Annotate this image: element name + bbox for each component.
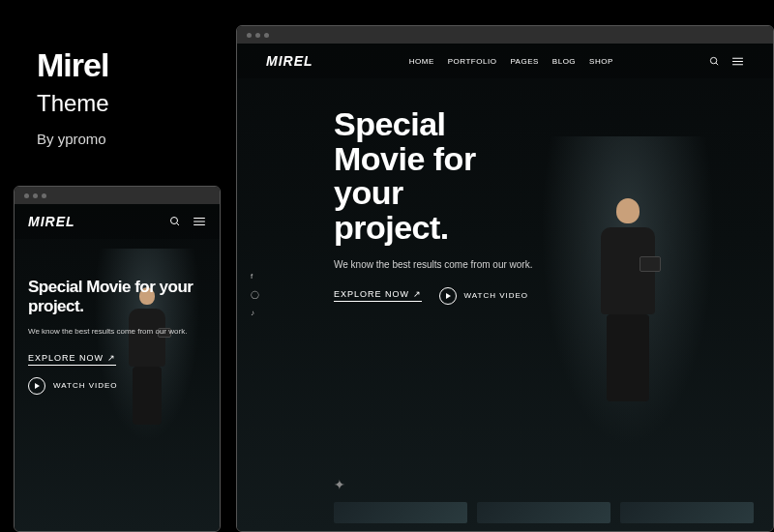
product-info: Mirel Theme By ypromo xyxy=(37,46,109,147)
explore-link[interactable]: EXPLORE NOW ↗ xyxy=(28,353,116,366)
search-icon[interactable] xyxy=(709,56,720,67)
product-byline: By ypromo xyxy=(37,131,109,147)
hero-headline: Special Movie for your project. xyxy=(334,107,773,246)
product-title: Mirel xyxy=(37,46,109,84)
hero-section: f ◯ ♪ Special Movie for your project. xyxy=(237,78,773,531)
watch-label: WATCH VIDEO xyxy=(464,291,529,300)
menu-icon[interactable] xyxy=(731,56,744,67)
traffic-light-dot xyxy=(264,33,269,38)
thumb-item[interactable] xyxy=(334,502,467,523)
hero-section-mobile: Special Movie for your project. We know … xyxy=(15,239,220,531)
product-subtitle: Theme xyxy=(37,90,109,117)
traffic-light-dot xyxy=(33,193,38,198)
nav-blog[interactable]: BLOG xyxy=(552,57,576,66)
hero-content: Special Movie for your project. We know … xyxy=(28,278,206,395)
nav-home[interactable]: HOME xyxy=(409,57,434,66)
svg-line-6 xyxy=(177,223,180,226)
header-icons xyxy=(709,56,744,67)
site-mobile: MIREL Special Movie for your project. xyxy=(15,204,220,531)
logo[interactable]: MIREL xyxy=(28,214,75,229)
social-rail: f ◯ ♪ xyxy=(251,272,259,317)
thumb-row xyxy=(334,502,754,523)
search-icon[interactable] xyxy=(169,216,181,227)
laurel-icon: ✦ xyxy=(334,477,345,492)
site-desktop: MIREL HOME PORTFOLIO PAGES BLOG SHOP f ◯ xyxy=(237,44,773,531)
nav-portfolio[interactable]: PORTFOLIO xyxy=(448,57,497,66)
tiktok-icon[interactable]: ♪ xyxy=(251,309,259,317)
site-header: MIREL HOME PORTFOLIO PAGES BLOG SHOP xyxy=(237,44,773,78)
site-header-mobile: MIREL xyxy=(15,204,220,239)
watch-label: WATCH VIDEO xyxy=(53,381,118,390)
window-title-bar xyxy=(237,26,773,44)
svg-point-0 xyxy=(710,57,716,63)
play-icon xyxy=(28,377,45,395)
hero-subtext: We know the best results come from our w… xyxy=(28,327,206,336)
cta-row: EXPLORE NOW ↗ WATCH VIDEO xyxy=(28,353,206,395)
traffic-light-dot xyxy=(24,193,29,198)
explore-link[interactable]: EXPLORE NOW ↗ xyxy=(334,289,422,302)
svg-line-1 xyxy=(716,62,718,64)
svg-point-5 xyxy=(171,218,178,224)
watch-video-button[interactable]: WATCH VIDEO xyxy=(439,287,529,305)
window-title-bar xyxy=(15,187,220,204)
traffic-light-dot xyxy=(42,193,46,198)
thumb-item[interactable] xyxy=(477,502,610,523)
desktop-preview-frame: MIREL HOME PORTFOLIO PAGES BLOG SHOP f ◯ xyxy=(236,25,774,532)
mobile-preview-frame: MIREL Special Movie for your project. xyxy=(14,186,221,532)
nav-pages[interactable]: PAGES xyxy=(510,57,538,66)
main-nav: HOME PORTFOLIO PAGES BLOG SHOP xyxy=(409,57,613,66)
hero-subtext: We know the best results come from our w… xyxy=(334,259,773,270)
menu-icon[interactable] xyxy=(193,216,206,227)
traffic-light-dot xyxy=(247,33,252,38)
instagram-icon[interactable]: ◯ xyxy=(251,290,259,299)
watch-video-button[interactable]: WATCH VIDEO xyxy=(28,377,118,395)
cta-row: EXPLORE NOW ↗ WATCH VIDEO xyxy=(334,287,773,305)
hero-content: Special Movie for your project. We know … xyxy=(334,107,773,305)
thumb-item[interactable] xyxy=(620,502,754,523)
logo[interactable]: MIREL xyxy=(266,53,313,69)
nav-shop[interactable]: SHOP xyxy=(589,57,613,66)
laurel-row: ✦ xyxy=(334,477,345,492)
play-icon xyxy=(439,287,457,305)
header-icons xyxy=(169,216,206,227)
hero-headline: Special Movie for your project. xyxy=(28,278,206,317)
traffic-light-dot xyxy=(255,33,260,38)
facebook-icon[interactable]: f xyxy=(251,272,259,281)
